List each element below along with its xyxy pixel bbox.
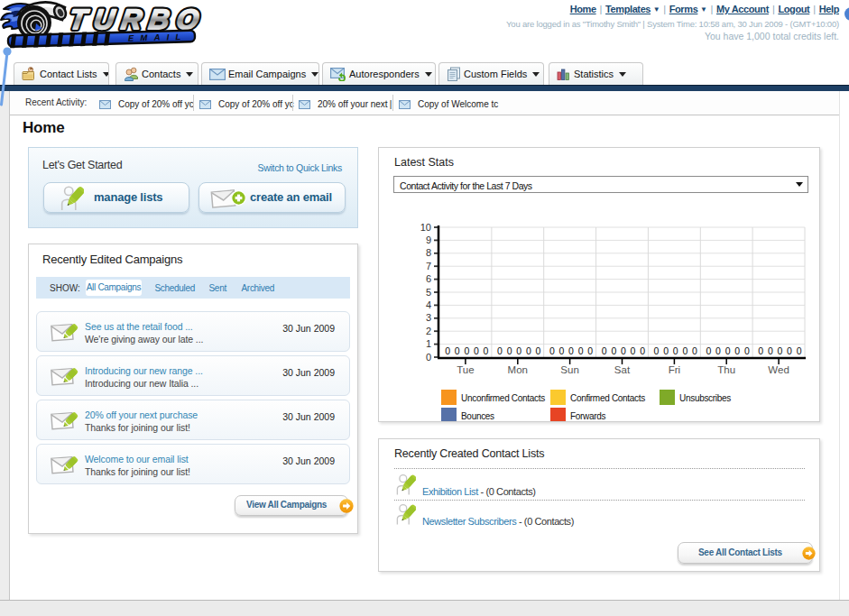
svg-text:0: 0 <box>673 345 678 356</box>
svg-text:0: 0 <box>464 345 469 356</box>
svg-text:Thu: Thu <box>717 364 735 375</box>
svg-text:0: 0 <box>621 345 626 356</box>
svg-text:0: 0 <box>631 345 636 356</box>
svg-text:Sat: Sat <box>614 364 631 375</box>
svg-text:10: 10 <box>420 222 431 233</box>
svg-text:0: 0 <box>715 345 721 356</box>
svg-text:8: 8 <box>426 247 431 258</box>
svg-text:0: 0 <box>507 345 512 356</box>
svg-text:0: 0 <box>663 345 669 356</box>
svg-text:0: 0 <box>455 345 460 356</box>
svg-text:0: 0 <box>558 345 564 356</box>
svg-text:Bounces: Bounces <box>461 411 494 421</box>
svg-text:0: 0 <box>777 345 782 356</box>
svg-text:4: 4 <box>426 299 431 310</box>
svg-text:0: 0 <box>706 345 711 356</box>
svg-text:0: 0 <box>516 345 521 356</box>
svg-text:0: 0 <box>611 345 616 356</box>
svg-text:Confirmed Contacts: Confirmed Contacts <box>570 393 645 403</box>
svg-text:0: 0 <box>578 345 584 356</box>
svg-text:Sun: Sun <box>560 364 578 375</box>
svg-text:0: 0 <box>484 345 489 356</box>
svg-text:0: 0 <box>474 345 479 356</box>
svg-text:0: 0 <box>787 345 792 356</box>
svg-text:0: 0 <box>768 345 773 356</box>
svg-text:Unconfirmed Contacts: Unconfirmed Contacts <box>461 393 545 403</box>
svg-text:0: 0 <box>445 345 450 356</box>
svg-text:0: 0 <box>587 345 593 356</box>
svg-text:Wed: Wed <box>768 364 789 375</box>
svg-text:0: 0 <box>526 345 531 356</box>
svg-text:0: 0 <box>549 345 555 356</box>
svg-text:3: 3 <box>426 312 431 323</box>
svg-text:1: 1 <box>426 338 431 349</box>
svg-text:0: 0 <box>682 345 688 356</box>
svg-text:0: 0 <box>497 345 503 356</box>
svg-text:0: 0 <box>692 345 697 356</box>
svg-text:9: 9 <box>426 234 431 245</box>
svg-text:2: 2 <box>426 326 431 336</box>
svg-text:0: 0 <box>758 345 763 356</box>
svg-text:Unsubscribes: Unsubscribes <box>679 393 731 403</box>
svg-text:0: 0 <box>734 345 740 356</box>
svg-text:6: 6 <box>426 273 431 284</box>
svg-text:Tue: Tue <box>457 364 474 375</box>
svg-text:0: 0 <box>725 345 731 356</box>
svg-text:EMAIL: EMAIL <box>128 32 188 43</box>
svg-text:0: 0 <box>640 345 645 356</box>
svg-text:0: 0 <box>426 352 431 363</box>
svg-text:0: 0 <box>797 345 802 356</box>
svg-text:0: 0 <box>568 345 574 356</box>
svg-text:TURBO: TURBO <box>68 4 201 35</box>
svg-text:0: 0 <box>744 345 750 356</box>
svg-text:0: 0 <box>535 345 540 356</box>
svg-text:TURBO: TURBO <box>68 4 201 35</box>
svg-text:5: 5 <box>426 287 431 298</box>
svg-text:7: 7 <box>426 261 431 271</box>
svg-text:0: 0 <box>602 345 607 356</box>
svg-text:Fri: Fri <box>669 364 680 375</box>
svg-text:0: 0 <box>654 345 660 356</box>
svg-text:Mon: Mon <box>508 364 528 375</box>
svg-text:Forwards: Forwards <box>570 411 606 421</box>
